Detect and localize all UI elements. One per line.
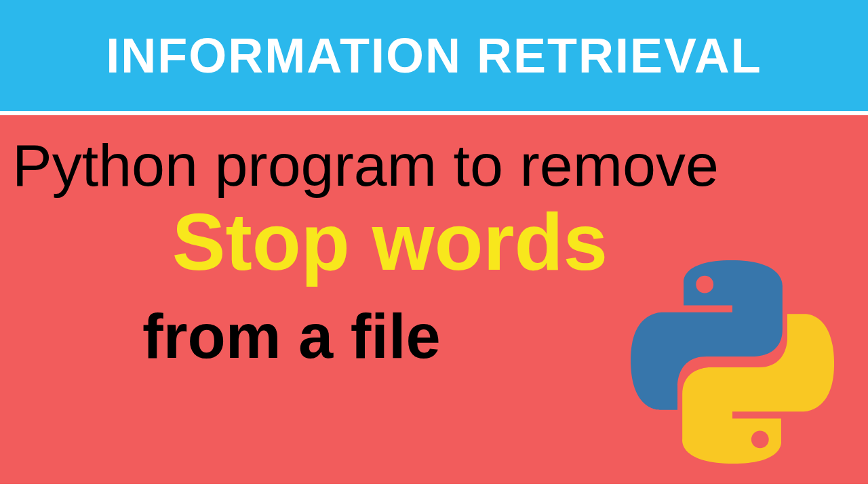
header-title: INFORMATION RETRIEVAL <box>106 31 762 80</box>
header-banner: INFORMATION RETRIEVAL <box>0 0 868 115</box>
content-line-1: Python program to remove <box>0 134 868 197</box>
python-logo-icon <box>631 260 834 464</box>
content-banner: Python program to remove Stop words from… <box>0 115 868 484</box>
